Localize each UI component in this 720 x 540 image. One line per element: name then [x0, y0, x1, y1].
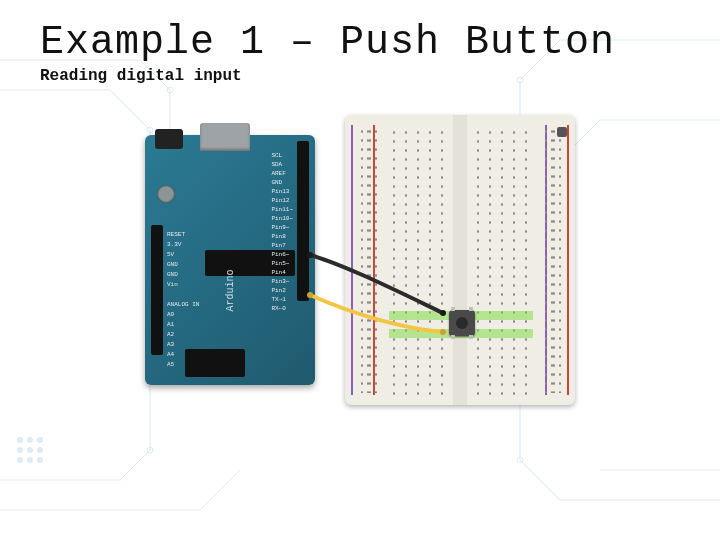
digital-header [297, 141, 309, 301]
arduino-logo-text: Arduino [225, 269, 236, 311]
rail-holes [543, 127, 553, 393]
svg-point-11 [17, 457, 23, 463]
power-analog-pin-labels: RESET 3.3V 5V GND GND Vin ANALOG IN A0 A… [167, 230, 199, 370]
wiring-diagram: SCL SDA AREF GND Pin13 Pin12 Pin11~ Pin1… [145, 115, 575, 415]
power-analog-header [151, 225, 163, 355]
breadboard-clip-icon [557, 127, 567, 137]
button-leg [469, 335, 473, 339]
usb-port [200, 123, 250, 151]
rail-holes [367, 127, 377, 393]
button-leg [451, 335, 455, 339]
svg-point-5 [17, 437, 23, 443]
svg-point-9 [27, 447, 33, 453]
button-leg [469, 307, 473, 311]
svg-point-10 [37, 447, 43, 453]
reset-button [157, 185, 175, 203]
svg-point-12 [27, 457, 33, 463]
arduino-uno: SCL SDA AREF GND Pin13 Pin12 Pin11~ Pin1… [145, 135, 315, 385]
svg-point-6 [27, 437, 33, 443]
center-channel [453, 115, 467, 405]
power-jack [155, 129, 183, 149]
slide-title: Example 1 – Push Button [40, 20, 680, 65]
push-button [449, 310, 475, 336]
breadboard [345, 115, 575, 405]
svg-point-7 [37, 437, 43, 443]
svg-point-13 [37, 457, 43, 463]
digital-pin-labels: SCL SDA AREF GND Pin13 Pin12 Pin11~ Pin1… [271, 151, 293, 313]
button-leg [451, 307, 455, 311]
slide-subtitle: Reading digital input [40, 67, 680, 85]
svg-point-8 [17, 447, 23, 453]
